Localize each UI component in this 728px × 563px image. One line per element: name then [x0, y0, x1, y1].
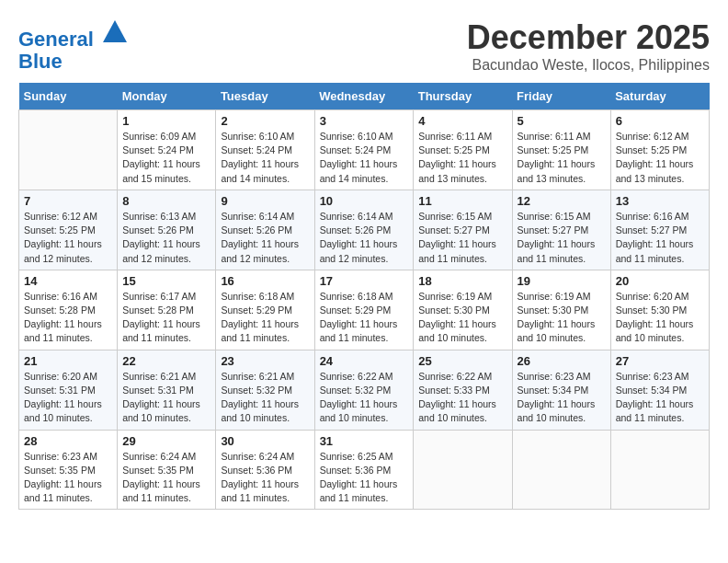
calendar-cell: 2Sunrise: 6:10 AMSunset: 5:24 PMDaylight…: [216, 110, 314, 190]
month-title: December 2025: [467, 18, 710, 57]
day-info: Sunrise: 6:13 AMSunset: 5:26 PMDaylight:…: [122, 210, 210, 266]
day-number: 3: [320, 114, 409, 128]
week-row-1: 1Sunrise: 6:09 AMSunset: 5:24 PMDaylight…: [19, 110, 710, 190]
calendar-table: SundayMondayTuesdayWednesdayThursdayFrid…: [18, 83, 710, 510]
calendar-cell: 26Sunrise: 6:23 AMSunset: 5:34 PMDayligh…: [512, 350, 610, 430]
day-number: 29: [122, 434, 210, 448]
day-number: 8: [122, 194, 210, 208]
day-info: Sunrise: 6:11 AMSunset: 5:25 PMDaylight:…: [418, 130, 506, 186]
day-number: 6: [616, 114, 704, 128]
day-number: 25: [418, 354, 506, 368]
day-info: Sunrise: 6:22 AMSunset: 5:32 PMDaylight:…: [320, 370, 409, 426]
calendar-cell: 28Sunrise: 6:23 AMSunset: 5:35 PMDayligh…: [19, 430, 118, 510]
col-header-tuesday: Tuesday: [216, 83, 314, 110]
day-info: Sunrise: 6:19 AMSunset: 5:30 PMDaylight:…: [418, 290, 506, 346]
day-info: Sunrise: 6:19 AMSunset: 5:30 PMDaylight:…: [518, 290, 606, 346]
day-info: Sunrise: 6:14 AMSunset: 5:26 PMDaylight:…: [320, 210, 409, 266]
day-info: Sunrise: 6:23 AMSunset: 5:34 PMDaylight:…: [616, 370, 704, 426]
col-header-friday: Friday: [512, 83, 610, 110]
day-number: 4: [418, 114, 506, 128]
day-number: 28: [24, 434, 112, 448]
day-info: Sunrise: 6:10 AMSunset: 5:24 PMDaylight:…: [221, 130, 309, 186]
day-number: 21: [24, 354, 112, 368]
svg-marker-0: [103, 20, 127, 42]
day-info: Sunrise: 6:18 AMSunset: 5:29 PMDaylight:…: [320, 290, 409, 346]
calendar-cell: 23Sunrise: 6:21 AMSunset: 5:32 PMDayligh…: [216, 350, 314, 430]
location-subtitle: Bacundao Weste, Ilocos, Philippines: [467, 57, 710, 74]
col-header-thursday: Thursday: [414, 83, 512, 110]
calendar-cell: 3Sunrise: 6:10 AMSunset: 5:24 PMDaylight…: [314, 110, 414, 190]
calendar-cell: 10Sunrise: 6:14 AMSunset: 5:26 PMDayligh…: [314, 190, 414, 270]
col-header-saturday: Saturday: [610, 83, 709, 110]
calendar-cell: 31Sunrise: 6:25 AMSunset: 5:36 PMDayligh…: [314, 430, 414, 510]
calendar-cell: 11Sunrise: 6:15 AMSunset: 5:27 PMDayligh…: [414, 190, 512, 270]
day-number: 24: [320, 354, 409, 368]
col-header-sunday: Sunday: [19, 83, 118, 110]
calendar-cell: [512, 430, 610, 510]
calendar-cell: 12Sunrise: 6:15 AMSunset: 5:27 PMDayligh…: [512, 190, 610, 270]
day-number: 20: [616, 274, 704, 288]
calendar-header-row: SundayMondayTuesdayWednesdayThursdayFrid…: [19, 83, 710, 110]
day-number: 7: [24, 194, 112, 208]
day-number: 26: [518, 354, 606, 368]
day-number: 16: [221, 274, 309, 288]
title-block: December 2025 Bacundao Weste, Ilocos, Ph…: [467, 18, 710, 74]
calendar-cell: [610, 430, 709, 510]
day-info: Sunrise: 6:24 AMSunset: 5:36 PMDaylight:…: [221, 450, 309, 506]
calendar-cell: 14Sunrise: 6:16 AMSunset: 5:28 PMDayligh…: [19, 270, 118, 350]
day-info: Sunrise: 6:18 AMSunset: 5:29 PMDaylight:…: [221, 290, 309, 346]
day-info: Sunrise: 6:16 AMSunset: 5:27 PMDaylight:…: [616, 210, 704, 266]
day-number: 2: [221, 114, 309, 128]
col-header-wednesday: Wednesday: [314, 83, 414, 110]
logo: General Blue: [18, 18, 129, 73]
calendar-cell: 4Sunrise: 6:11 AMSunset: 5:25 PMDaylight…: [414, 110, 512, 190]
col-header-monday: Monday: [118, 83, 216, 110]
calendar-cell: 30Sunrise: 6:24 AMSunset: 5:36 PMDayligh…: [216, 430, 314, 510]
calendar-cell: [414, 430, 512, 510]
calendar-cell: 9Sunrise: 6:14 AMSunset: 5:26 PMDaylight…: [216, 190, 314, 270]
day-info: Sunrise: 6:09 AMSunset: 5:24 PMDaylight:…: [122, 130, 210, 186]
day-number: 31: [320, 434, 409, 448]
day-number: 19: [518, 274, 606, 288]
day-info: Sunrise: 6:16 AMSunset: 5:28 PMDaylight:…: [24, 290, 112, 346]
calendar-cell: 25Sunrise: 6:22 AMSunset: 5:33 PMDayligh…: [414, 350, 512, 430]
calendar-cell: 17Sunrise: 6:18 AMSunset: 5:29 PMDayligh…: [314, 270, 414, 350]
day-number: 11: [418, 194, 506, 208]
calendar-cell: 15Sunrise: 6:17 AMSunset: 5:28 PMDayligh…: [118, 270, 216, 350]
week-row-2: 7Sunrise: 6:12 AMSunset: 5:25 PMDaylight…: [19, 190, 710, 270]
day-info: Sunrise: 6:12 AMSunset: 5:25 PMDaylight:…: [616, 130, 704, 186]
day-info: Sunrise: 6:10 AMSunset: 5:24 PMDaylight:…: [320, 130, 409, 186]
calendar-cell: 22Sunrise: 6:21 AMSunset: 5:31 PMDayligh…: [118, 350, 216, 430]
week-row-4: 21Sunrise: 6:20 AMSunset: 5:31 PMDayligh…: [19, 350, 710, 430]
day-number: 10: [320, 194, 409, 208]
day-number: 9: [221, 194, 309, 208]
day-info: Sunrise: 6:12 AMSunset: 5:25 PMDaylight:…: [24, 210, 112, 266]
day-info: Sunrise: 6:23 AMSunset: 5:35 PMDaylight:…: [24, 450, 112, 506]
day-number: 13: [616, 194, 704, 208]
day-number: 23: [221, 354, 309, 368]
calendar-cell: 21Sunrise: 6:20 AMSunset: 5:31 PMDayligh…: [19, 350, 118, 430]
day-number: 17: [320, 274, 409, 288]
day-info: Sunrise: 6:25 AMSunset: 5:36 PMDaylight:…: [320, 450, 409, 506]
day-info: Sunrise: 6:23 AMSunset: 5:34 PMDaylight:…: [518, 370, 606, 426]
day-number: 15: [122, 274, 210, 288]
logo-general: General: [18, 28, 94, 51]
page-header: General Blue December 2025 Bacundao West…: [18, 18, 710, 74]
day-info: Sunrise: 6:15 AMSunset: 5:27 PMDaylight:…: [418, 210, 506, 266]
day-number: 12: [518, 194, 606, 208]
calendar-cell: 8Sunrise: 6:13 AMSunset: 5:26 PMDaylight…: [118, 190, 216, 270]
calendar-cell: 18Sunrise: 6:19 AMSunset: 5:30 PMDayligh…: [414, 270, 512, 350]
day-number: 5: [518, 114, 606, 128]
day-number: 27: [616, 354, 704, 368]
day-info: Sunrise: 6:21 AMSunset: 5:32 PMDaylight:…: [221, 370, 309, 426]
calendar-cell: 6Sunrise: 6:12 AMSunset: 5:25 PMDaylight…: [610, 110, 709, 190]
day-number: 14: [24, 274, 112, 288]
day-info: Sunrise: 6:17 AMSunset: 5:28 PMDaylight:…: [122, 290, 210, 346]
calendar-cell: 5Sunrise: 6:11 AMSunset: 5:25 PMDaylight…: [512, 110, 610, 190]
day-info: Sunrise: 6:21 AMSunset: 5:31 PMDaylight:…: [122, 370, 210, 426]
week-row-3: 14Sunrise: 6:16 AMSunset: 5:28 PMDayligh…: [19, 270, 710, 350]
calendar-cell: 16Sunrise: 6:18 AMSunset: 5:29 PMDayligh…: [216, 270, 314, 350]
day-info: Sunrise: 6:20 AMSunset: 5:30 PMDaylight:…: [616, 290, 704, 346]
day-info: Sunrise: 6:15 AMSunset: 5:27 PMDaylight:…: [518, 210, 606, 266]
day-number: 22: [122, 354, 210, 368]
